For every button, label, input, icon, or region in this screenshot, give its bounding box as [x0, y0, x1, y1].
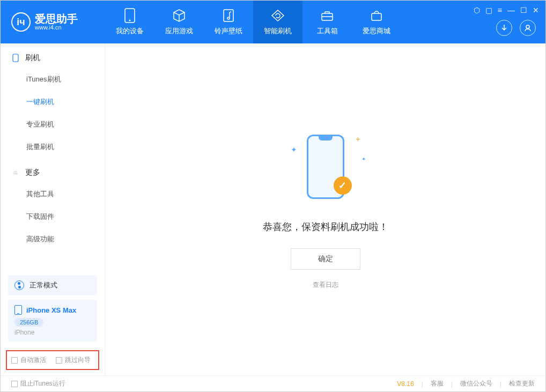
version-label: V8.16 [397, 380, 414, 388]
sidebar-item-batch-flash[interactable]: 批量刷机 [1, 136, 105, 158]
cube-icon [172, 8, 187, 23]
sidebar-item-advanced[interactable]: 高级功能 [1, 228, 105, 250]
logo-area: iч 爱思助手 www.i4.cn [1, 12, 105, 32]
svg-point-5 [526, 25, 529, 28]
window-controls: ⬡ ▢ ≡ — ☐ ✕ [474, 6, 539, 14]
shirt-icon[interactable]: ⬡ [474, 6, 480, 14]
list-icon: ≡ [11, 168, 20, 177]
skip-guide-checkbox[interactable]: 跳过向导 [56, 356, 91, 365]
sidebar-section-more: ≡ 更多 [1, 158, 105, 183]
feedback-icon[interactable]: ▢ [485, 6, 492, 14]
view-log-link[interactable]: 查看日志 [313, 280, 338, 290]
sparkle-icon: + [356, 135, 360, 143]
shop-icon [369, 8, 384, 23]
device-card[interactable]: iPhone XS Max 256GB iPhone [8, 300, 97, 342]
sidebar-section-flash: 刷机 [1, 43, 105, 68]
confirm-button[interactable]: 确定 [291, 248, 360, 270]
menu-icon[interactable]: ≡ [498, 6, 502, 14]
user-button[interactable] [520, 20, 536, 36]
app-logo-icon: iч [11, 12, 31, 32]
nav-tab-shop[interactable]: 爱思商城 [352, 1, 401, 43]
footer-link-support[interactable]: 客服 [431, 379, 444, 388]
app-header: iч 爱思助手 www.i4.cn 我的设备 应用游戏 铃声壁纸 智能刷机 工具… [1, 1, 545, 43]
nav-tabs: 我的设备 应用游戏 铃声壁纸 智能刷机 工具箱 爱思商城 [105, 1, 401, 43]
auto-activate-checkbox[interactable]: 自动激活 [11, 356, 46, 365]
sidebar-item-other-tools[interactable]: 其他工具 [1, 183, 105, 205]
mode-card[interactable]: 正常模式 [8, 275, 97, 295]
nav-tab-flash[interactable]: 智能刷机 [253, 1, 302, 43]
close-button[interactable]: ✕ [533, 6, 539, 14]
svg-point-1 [129, 20, 131, 21]
device-phone-icon [14, 305, 22, 315]
footer: 阻止iTunes运行 V8.16 | 客服 | 微信公众号 | 检查更新 [1, 375, 545, 391]
svg-rect-6 [13, 54, 18, 62]
storage-badge: 256GB [14, 318, 43, 327]
app-name: 爱思助手 [35, 13, 78, 24]
success-illustration: ✦ + ✦ ✓ [301, 129, 350, 204]
sparkle-icon: ✦ [361, 156, 366, 162]
sidebar-item-oneclick-flash[interactable]: 一键刷机 [1, 91, 105, 113]
sidebar-item-download-firmware[interactable]: 下载固件 [1, 205, 105, 228]
check-icon: ✓ [334, 176, 352, 195]
success-message: 恭喜您，保资料刷机成功啦！ [263, 220, 388, 233]
nav-tab-apps[interactable]: 应用游戏 [154, 1, 204, 43]
app-url: www.i4.cn [35, 24, 78, 31]
toolbox-icon [320, 8, 335, 23]
footer-link-update[interactable]: 检查更新 [509, 379, 535, 388]
maximize-button[interactable]: ☐ [520, 6, 527, 14]
nav-tab-toolbox[interactable]: 工具箱 [302, 1, 352, 43]
sidebar-item-itunes-flash[interactable]: iTunes刷机 [1, 68, 105, 91]
device-icon [122, 8, 137, 23]
minimize-button[interactable]: — [507, 6, 515, 14]
mode-icon [14, 280, 24, 290]
nav-tab-ringtone[interactable]: 铃声壁纸 [204, 1, 253, 43]
refresh-icon [270, 8, 285, 23]
sidebar: 刷机 iTunes刷机 一键刷机 专业刷机 批量刷机 ≡ 更多 其他工具 下载固… [1, 43, 105, 375]
download-button[interactable] [496, 20, 512, 36]
svg-rect-4 [372, 13, 381, 20]
footer-link-wechat[interactable]: 微信公众号 [460, 379, 492, 388]
block-itunes-checkbox[interactable]: 阻止iTunes运行 [11, 379, 65, 388]
nav-tab-device[interactable]: 我的设备 [105, 1, 154, 43]
sparkle-icon: ✦ [291, 145, 297, 154]
phone-icon [11, 54, 20, 62]
highlighted-options: 自动激活 跳过向导 [6, 350, 99, 370]
main-content: ✦ + ✦ ✓ 恭喜您，保资料刷机成功啦！ 确定 查看日志 [105, 43, 545, 375]
sidebar-item-pro-flash[interactable]: 专业刷机 [1, 113, 105, 136]
music-icon [221, 8, 236, 23]
